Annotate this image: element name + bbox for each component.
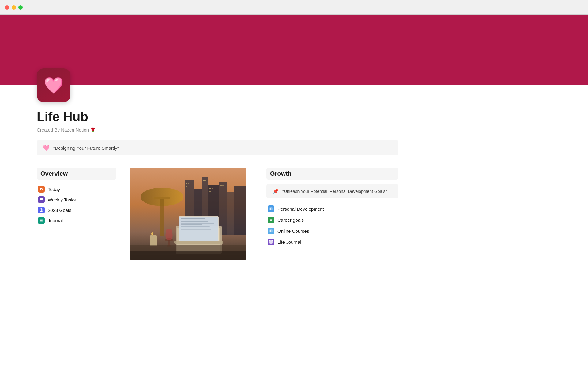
overview-section: Overview Today W	[37, 168, 123, 226]
growth-quote-bar: 📌 "Unleash Your Potential: Personal Deve…	[266, 184, 398, 198]
growth-section: Growth 📌 "Unleash Your Potential: Person…	[260, 168, 398, 247]
life-journal-icon	[268, 239, 274, 245]
traffic-lights	[5, 5, 23, 10]
svg-rect-19	[203, 180, 205, 181]
page-title: Life Hub	[37, 109, 551, 124]
svg-rect-21	[209, 188, 211, 189]
today-icon	[38, 186, 45, 193]
cityscape-photo	[130, 168, 246, 260]
weekly-tasks-icon	[38, 196, 45, 203]
growth-nav-life-journal[interactable]: Life Journal	[266, 236, 398, 247]
svg-rect-37	[181, 224, 202, 225]
svg-rect-25	[222, 185, 224, 186]
svg-rect-17	[188, 183, 189, 184]
page-subtitle: Created By NazemNotion 🌹	[37, 127, 551, 133]
svg-rect-45	[150, 235, 157, 246]
page-icon-container: 🩷	[0, 68, 588, 102]
page-icon: 🩷	[37, 68, 70, 102]
svg-rect-24	[221, 185, 222, 186]
nav-item-journal[interactable]: Journal	[37, 215, 116, 226]
svg-rect-20	[205, 180, 206, 181]
svg-rect-36	[181, 223, 214, 224]
svg-rect-33	[181, 218, 205, 219]
svg-rect-41	[174, 241, 223, 244]
nav-item-2023-goals[interactable]: 2023 Goals	[37, 205, 116, 215]
nav-label-weekly-tasks: Weekly Tasks	[48, 197, 76, 202]
growth-label-life-journal: Life Journal	[277, 240, 301, 245]
growth-label-personal-dev: Personal Development	[277, 206, 324, 212]
svg-rect-55	[270, 242, 271, 243]
svg-rect-15	[234, 186, 246, 235]
svg-rect-34	[181, 220, 211, 220]
minimize-button[interactable]	[12, 5, 16, 10]
growth-nav-career-goals[interactable]: Career goals	[266, 214, 398, 225]
growth-label-career-goals: Career goals	[277, 217, 304, 223]
online-courses-icon	[268, 228, 274, 234]
svg-point-6	[41, 209, 42, 211]
growth-quote-text: "Unleash Your Potential: Personal Develo…	[282, 189, 387, 194]
main-content: Life Hub Created By NazemNotion 🌹 🩷 "Des…	[0, 109, 588, 260]
nav-item-weekly-tasks[interactable]: Weekly Tasks	[37, 194, 116, 205]
growth-label-online-courses: Online Courses	[277, 228, 309, 234]
svg-rect-28	[160, 199, 164, 236]
svg-rect-22	[212, 188, 213, 189]
svg-rect-54	[271, 241, 272, 242]
nav-label-journal: Journal	[48, 218, 63, 223]
overview-heading: Overview	[37, 168, 116, 180]
svg-rect-35	[181, 221, 208, 222]
quote-text: "Designing Your Future Smartly"	[53, 145, 119, 151]
svg-rect-2	[40, 198, 43, 199]
fullscreen-button[interactable]	[18, 5, 23, 10]
close-button[interactable]	[5, 5, 9, 10]
window-chrome	[0, 0, 588, 15]
nav-label-today: Today	[48, 187, 60, 192]
personal-dev-icon	[268, 205, 274, 212]
svg-point-47	[151, 232, 153, 235]
svg-rect-49	[130, 251, 246, 260]
growth-nav-online-courses[interactable]: Online Courses	[266, 225, 398, 236]
journal-icon	[38, 217, 45, 224]
growth-heading: Growth	[266, 168, 398, 180]
quote-bar: 🩷 "Designing Your Future Smartly"	[37, 140, 398, 155]
svg-rect-14	[227, 192, 234, 235]
svg-rect-3	[40, 199, 43, 200]
svg-rect-27	[154, 197, 170, 199]
career-goals-icon	[268, 217, 274, 223]
nav-item-today[interactable]: Today	[37, 184, 116, 194]
heart-icon: 🩷	[44, 77, 64, 93]
svg-rect-40	[181, 229, 211, 230]
svg-rect-16	[186, 183, 187, 184]
nav-label-2023-goals: 2023 Goals	[48, 208, 71, 213]
svg-rect-38	[181, 226, 210, 227]
svg-rect-53	[270, 241, 271, 242]
svg-rect-4	[40, 201, 43, 201]
growth-nav-personal-dev[interactable]: Personal Development	[266, 203, 398, 214]
quote-emoji: 🩷	[43, 144, 50, 151]
svg-rect-56	[271, 242, 272, 243]
center-image-container	[123, 168, 260, 260]
svg-rect-23	[209, 191, 211, 192]
goals-icon	[38, 207, 45, 213]
svg-point-1	[41, 189, 42, 190]
pin-emoji: 📌	[273, 188, 279, 194]
svg-rect-39	[181, 228, 207, 228]
svg-rect-18	[186, 186, 187, 187]
columns-layout: Overview Today W	[37, 168, 398, 260]
